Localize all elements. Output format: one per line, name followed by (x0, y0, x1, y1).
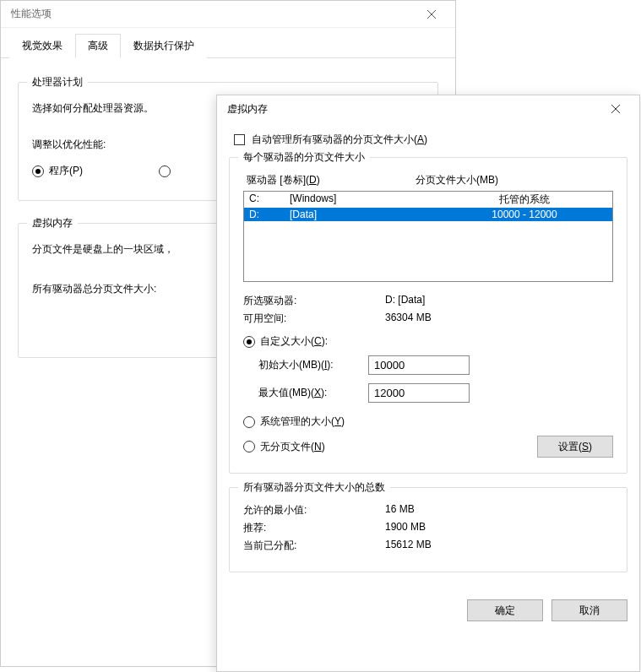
initial-size-input[interactable] (368, 355, 470, 375)
recommended-label: 推荐: (243, 521, 385, 535)
auto-manage-row: 自动管理所有驱动器的分页文件大小(A) (234, 133, 627, 147)
current-value: 15612 MB (385, 539, 432, 553)
ok-button[interactable]: 确定 (467, 599, 543, 621)
drive-list[interactable]: C: [Windows] 托管的系统 D: [Data] 10000 - 120… (243, 191, 613, 282)
tab-strip: 视觉效果 高级 数据执行保护 (1, 30, 455, 58)
initial-size-label: 初始大小(MB)(I): (243, 358, 368, 372)
auto-manage-label: 自动管理所有驱动器的分页文件大小(A) (252, 133, 427, 147)
programs-radio-label: 程序(P) (49, 164, 83, 178)
free-space-row: 可用空间: 36304 MB (243, 312, 613, 326)
tab-advanced[interactable]: 高级 (75, 34, 121, 58)
auto-manage-checkbox[interactable] (234, 134, 245, 145)
system-managed-radio[interactable] (243, 416, 255, 428)
window-title: 性能选项 (11, 7, 52, 21)
drive-size: 托管的系统 (442, 192, 607, 207)
front-body: 自动管理所有驱动器的分页文件大小(A) 每个驱动器的分页文件大小 驱动器 [卷标… (217, 122, 639, 584)
recommended-row: 推荐: 1900 MB (243, 521, 613, 535)
drive-size: 10000 - 12000 (442, 209, 607, 220)
min-allowed-value: 16 MB (385, 503, 415, 518)
drive-row-c[interactable]: C: [Windows] 托管的系统 (244, 192, 612, 208)
totals-group-title: 所有驱动器分页文件大小的总数 (238, 480, 390, 495)
close-icon[interactable] (599, 100, 633, 117)
window-title: 虚拟内存 (227, 102, 268, 117)
processor-group-title: 处理器计划 (27, 75, 88, 89)
vm-group-title: 虚拟内存 (27, 216, 78, 230)
size-col-label: 分页文件大小(MB) (416, 173, 610, 187)
tab-visual-effects[interactable]: 视觉效果 (9, 34, 75, 58)
system-managed-row: 系统管理的大小(Y) (243, 415, 613, 429)
max-size-input[interactable] (368, 383, 470, 403)
drives-group-title: 每个驱动器的分页文件大小 (238, 150, 370, 165)
drive-letter: D: (249, 209, 290, 220)
min-allowed-row: 允许的最小值: 16 MB (243, 503, 613, 518)
custom-size-row: 自定义大小(C): (243, 334, 613, 349)
free-space-label: 可用空间: (243, 312, 385, 326)
drive-col-label: 驱动器 [卷标](D) (247, 173, 416, 187)
drive-letter: C: (249, 192, 290, 207)
min-allowed-label: 允许的最小值: (243, 503, 385, 518)
cancel-button[interactable]: 取消 (551, 599, 627, 621)
drive-row-d[interactable]: D: [Data] 10000 - 12000 (244, 208, 612, 221)
totals-group: 所有驱动器分页文件大小的总数 允许的最小值: 16 MB 推荐: 1900 MB… (229, 487, 627, 572)
titlebar: 性能选项 (1, 1, 455, 28)
titlebar: 虚拟内存 (217, 95, 639, 122)
custom-size-radio[interactable] (243, 336, 255, 348)
set-button[interactable]: 设置(S) (537, 436, 613, 458)
max-size-label: 最大值(MB)(X): (243, 386, 368, 400)
initial-size-row: 初始大小(MB)(I): (243, 355, 613, 375)
selected-drive-row: 所选驱动器: D: [Data] (243, 294, 613, 308)
tab-dep[interactable]: 数据执行保护 (121, 34, 207, 58)
no-paging-radio[interactable] (243, 441, 255, 453)
recommended-value: 1900 MB (385, 521, 426, 535)
no-paging-label: 无分页文件(N) (260, 440, 325, 454)
selected-drive-label: 所选驱动器: (243, 294, 385, 308)
current-label: 当前已分配: (243, 539, 385, 553)
system-managed-label: 系统管理的大小(Y) (260, 415, 345, 429)
background-radio[interactable] (159, 165, 171, 177)
current-row: 当前已分配: 15612 MB (243, 539, 613, 553)
free-space-value: 36304 MB (385, 312, 432, 326)
drives-group: 每个驱动器的分页文件大小 驱动器 [卷标](D) 分页文件大小(MB) C: [… (229, 157, 627, 474)
selected-drive-value: D: [Data] (385, 294, 425, 308)
max-size-row: 最大值(MB)(X): (243, 383, 613, 403)
drive-label: [Data] (290, 209, 442, 220)
custom-size-label: 自定义大小(C): (260, 334, 328, 349)
drive-list-header: 驱动器 [卷标](D) 分页文件大小(MB) (243, 173, 613, 187)
front-dialog-buttons: 确定 取消 (217, 584, 639, 631)
drive-label: [Windows] (290, 192, 442, 207)
close-icon[interactable] (415, 6, 448, 23)
virtual-memory-window: 虚拟内存 自动管理所有驱动器的分页文件大小(A) 每个驱动器的分页文件大小 驱动… (216, 95, 640, 672)
no-paging-row: 无分页文件(N) 设置(S) (243, 436, 613, 458)
programs-radio[interactable] (32, 165, 44, 177)
